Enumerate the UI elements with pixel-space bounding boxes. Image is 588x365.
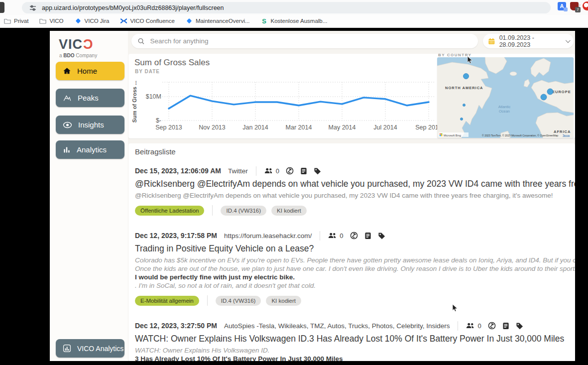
sidebar-item-insights[interactable]: Insights — [56, 116, 124, 134]
browser-chrome: app.uizard.io/prototypes/bM0yoLjx03uRdz6… — [0, 0, 588, 28]
post-headline[interactable]: @RickIsenberg @ElectrifyAm depends on wh… — [135, 179, 575, 189]
sidebar-item-label: Insights — [78, 121, 104, 129]
logo-tagline: a BDO Company — [59, 53, 97, 58]
sidebar-item-label: Analytics — [77, 145, 107, 154]
post-headline[interactable]: Trading in Positive Equity Vehicle on a … — [135, 243, 575, 254]
logo-main: VIC — [59, 37, 83, 52]
home-icon — [63, 67, 71, 75]
post-body-line: I would be perfectly fine with just my e… — [135, 273, 575, 281]
search-icon — [137, 37, 145, 45]
chevron-down-icon — [565, 38, 570, 43]
divider — [458, 321, 458, 331]
post-meta: Dec 15, 2023, 12:06:09 AM Twitter 0 — [135, 166, 575, 176]
map-label-europe: EUROPE — [552, 90, 571, 94]
bookmark-label: VICO Confluence — [130, 18, 175, 24]
post-source[interactable]: AutoSpies -Tesla, Wikileaks, TMZ, Autos,… — [224, 322, 450, 330]
post-tags: E-Mobilität allgemeinID.4 (VW316)KI kodi… — [135, 295, 575, 306]
bookmark-label: MaintenanceOvervi... — [196, 18, 250, 24]
search-input[interactable] — [150, 37, 472, 45]
divider — [320, 231, 320, 241]
post-source[interactable]: https://forum.leasehackr.com/ — [224, 232, 312, 240]
post-body-line: WATCH: Owner Explains His Volkswagen ID. — [135, 346, 575, 355]
window-edge — [0, 2, 4, 13]
post-meta: Dec 12, 2023, 3:27:50 PM AutoSpies -Tesl… — [135, 321, 575, 331]
peaks-icon — [63, 94, 72, 102]
bookmark-icon — [39, 17, 46, 24]
sidebar-item-label: Home — [77, 67, 97, 75]
post-body: Colorado has $5k incentive on EVs if you… — [135, 256, 575, 290]
map-label-ocean-2: Ocean — [499, 109, 510, 114]
bookmark-item[interactable]: S Kostenlose Ausmalb... — [261, 17, 328, 24]
audience-icon — [328, 232, 337, 239]
bookmark-label: VICO Jira — [85, 18, 110, 24]
profile-avatar[interactable] — [583, 1, 588, 10]
book-icon — [364, 232, 371, 240]
url-bar[interactable]: app.uizard.io/prototypes/bM0yoLjx03uRdz6… — [22, 2, 551, 13]
map-label-north-america: NORTH AMERICA — [445, 86, 483, 90]
sidebar-item-home[interactable]: Home — [56, 62, 124, 80]
date-range-picker[interactable]: 01.09.2023 - 28.09.2023 — [483, 34, 574, 48]
meta-tag[interactable]: ID.4 (VW316) — [216, 296, 261, 306]
app-logo: VICC — [59, 37, 93, 52]
search-bar[interactable] — [131, 34, 478, 48]
logo-accent: C — [83, 37, 93, 52]
topic-tag[interactable]: E-Mobilität allgemein — [135, 296, 199, 306]
post-item: Dec 12, 2023, 3:27:50 PM AutoSpies -Tesl… — [135, 321, 575, 361]
extension-badge: 7 — [575, 7, 581, 12]
svg-text:$10M: $10M — [146, 93, 161, 100]
bookmark-item[interactable]: VICO Confluence — [120, 17, 175, 24]
bookmark-item[interactable]: Privat — [4, 17, 28, 24]
sidebar-item-label: Peaks — [78, 94, 99, 102]
map-terms-link[interactable]: Terms — [563, 134, 570, 137]
adblock-extension-icon[interactable]: 7 — [570, 2, 579, 10]
eye-icon — [63, 122, 72, 128]
bookmark-label: Kostenlose Ausmalb... — [271, 18, 328, 24]
svg-text:Nov 2013: Nov 2013 — [199, 124, 226, 131]
meta-tag[interactable]: ID.4 (VW316) — [221, 206, 266, 216]
post-source[interactable]: Twitter — [228, 167, 248, 175]
country-map[interactable]: NORTH AMERICA EUROPE AFRICA Atlantic Oce… — [437, 57, 574, 138]
topic-tag[interactable]: Öffentliche Ladestation — [135, 206, 204, 216]
map-attribution: © 2023 TomTom, © 2023 Microsoft Corporat… — [482, 134, 558, 137]
tag-icon — [314, 167, 321, 175]
post-body: WATCH: Owner Explains His Volkswagen ID.… — [135, 346, 575, 361]
app-canvas: VICC a BDO Company Home Peaks Insights A… — [50, 31, 575, 361]
sidebar-item-peaks[interactable]: Peaks — [56, 89, 124, 107]
meta-tag[interactable]: KI kodiert — [266, 296, 301, 306]
url-text[interactable]: app.uizard.io/prototypes/bM0yoLjx03uRdz6… — [42, 4, 224, 11]
divider — [212, 205, 213, 216]
map-iceland — [510, 72, 517, 76]
divider — [207, 295, 208, 306]
translate-extension-icon[interactable]: A — [558, 2, 566, 10]
sidebar-footer-vico-analytics[interactable]: VICO Analytics — [56, 339, 124, 358]
link-icon — [286, 167, 294, 175]
bookmark-label: VICO — [49, 18, 63, 24]
bar-chart-icon — [63, 146, 71, 154]
sidebar-item-analytics[interactable]: Analytics — [56, 140, 124, 159]
map-canvas[interactable]: NORTH AMERICA EUROPE AFRICA Atlantic Oce… — [437, 57, 574, 138]
date-range-text: 01.09.2023 - 28.09.2023 — [499, 34, 562, 48]
meta-tag[interactable]: KI kodiert — [271, 206, 307, 216]
svg-text:$-: $- — [156, 117, 161, 124]
post-date: Dec 12, 2023, 3:27:50 PM — [135, 322, 217, 330]
posts-title: Beitragsliste — [135, 147, 575, 156]
audience-count: 0 — [340, 232, 343, 240]
bookmark-item[interactable]: VICO — [39, 17, 63, 24]
post-body-line: Colorado has $5k incentive on EVs if you… — [135, 256, 575, 264]
post-item: Dec 15, 2023, 12:06:09 AM Twitter 0 @Ric… — [135, 166, 575, 216]
bookmark-item[interactable]: VICO Jira — [75, 17, 110, 24]
posts-list: Dec 15, 2023, 12:06:09 AM Twitter 0 @Ric… — [135, 166, 575, 361]
audience-count: 0 — [477, 322, 481, 330]
svg-text:Mar 2014: Mar 2014 — [286, 124, 312, 131]
bookmark-icon — [4, 17, 11, 24]
svg-text:Sum of Gross ...: Sum of Gross ... — [131, 81, 137, 122]
bookmark-item[interactable]: MaintenanceOvervi... — [186, 17, 250, 24]
bookmark-label: Privat — [14, 18, 28, 24]
site-settings-icon[interactable] — [29, 4, 37, 12]
analytics-panel-icon — [63, 344, 71, 353]
audience-icon — [466, 322, 475, 329]
post-date: Dec 12, 2023, 9:17:58 PM — [135, 232, 217, 240]
bookmark-icon — [120, 17, 127, 24]
post-headline[interactable]: WATCH: Owner Explains His Volkswagen ID.… — [135, 334, 575, 344]
tag-icon — [378, 232, 385, 240]
